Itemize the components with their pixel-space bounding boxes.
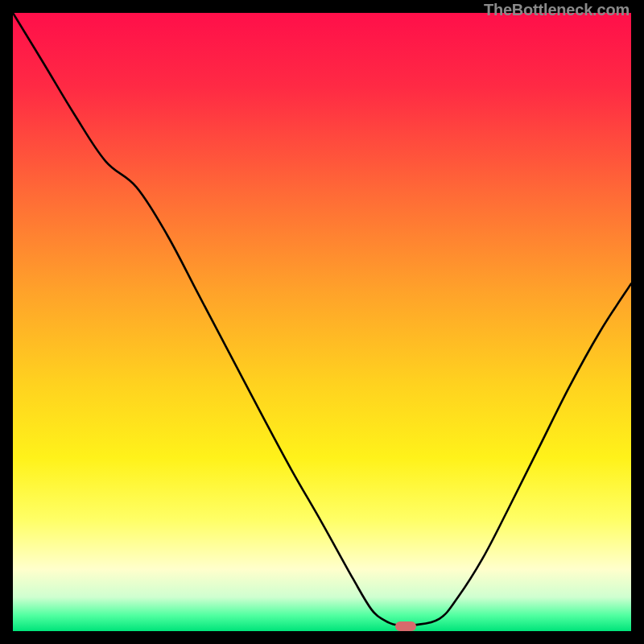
watermark-text: TheBottleneck.com: [484, 1, 630, 19]
optimal-point-marker: [395, 621, 416, 631]
plot-area: [13, 13, 631, 631]
bottleneck-curve: [13, 13, 631, 631]
chart-container: TheBottleneck.com: [0, 0, 644, 644]
